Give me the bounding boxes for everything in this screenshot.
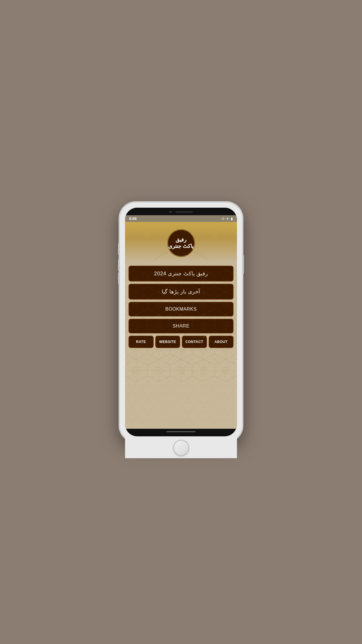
contact-button[interactable]: CONTACT <box>182 336 207 348</box>
website-button[interactable]: WEBSITE <box>155 336 180 348</box>
home-indicator <box>166 431 196 432</box>
svg-marker-3 <box>187 223 192 228</box>
airplane-icon: ✈ <box>226 217 229 221</box>
svg-text:✦: ✦ <box>156 228 157 229</box>
camera-dot <box>169 211 172 214</box>
status-icons: ⊙ ✈ ▮ <box>222 217 233 221</box>
svg-text:✦: ✦ <box>229 235 231 238</box>
logo-text-line2: پاکٹ جنتری <box>168 243 194 250</box>
phone-frame: 8:06 ⊙ ✈ ▮ <box>120 202 242 442</box>
last-read-button[interactable]: آخری بار پڑھا گیا <box>129 284 233 300</box>
speaker-bar <box>175 211 193 213</box>
app-header: ✦ ✦ ✦ ✦ رفیق پاکٹ جنتری <box>125 222 237 263</box>
sim-icon: ⊙ <box>222 217 224 221</box>
title-button[interactable]: رفیق پاکٹ جنتری 2024 <box>129 266 233 281</box>
svg-marker-1 <box>219 225 227 232</box>
phone-screen: 8:06 ⊙ ✈ ▮ <box>125 208 237 436</box>
home-button-area <box>125 436 237 458</box>
app-screen: 8:06 ⊙ ✈ ▮ <box>125 215 237 436</box>
svg-text:✦: ✦ <box>133 235 136 238</box>
rate-button[interactable]: RATE <box>129 336 154 348</box>
status-bar: 8:06 ⊙ ✈ ▮ <box>125 215 237 222</box>
main-content: رفیق پاکٹ جنتری 2024 آخری بار پڑھا گیا B… <box>125 263 237 429</box>
battery-icon: ▮ <box>231 217 233 221</box>
svg-marker-0 <box>136 225 143 232</box>
about-button[interactable]: ABOUT <box>209 336 234 348</box>
app-logo: رفیق پاکٹ جنتری <box>167 229 195 257</box>
logo-text-line1: رفیق <box>175 237 187 243</box>
svg-rect-5 <box>145 230 150 239</box>
svg-marker-2 <box>170 223 175 228</box>
svg-rect-7 <box>212 230 217 239</box>
home-button[interactable] <box>173 440 189 456</box>
status-time: 8:06 <box>129 216 137 221</box>
share-button[interactable]: SHARE <box>129 319 233 333</box>
bottom-button-row: RATE WEBSITE CONTACT ABOUT <box>129 336 233 348</box>
phone-bottom-bar <box>125 429 237 436</box>
phone-top-bar <box>125 208 237 215</box>
svg-text:✦: ✦ <box>206 228 208 229</box>
bookmarks-button[interactable]: BOOKMARKS <box>129 302 233 316</box>
